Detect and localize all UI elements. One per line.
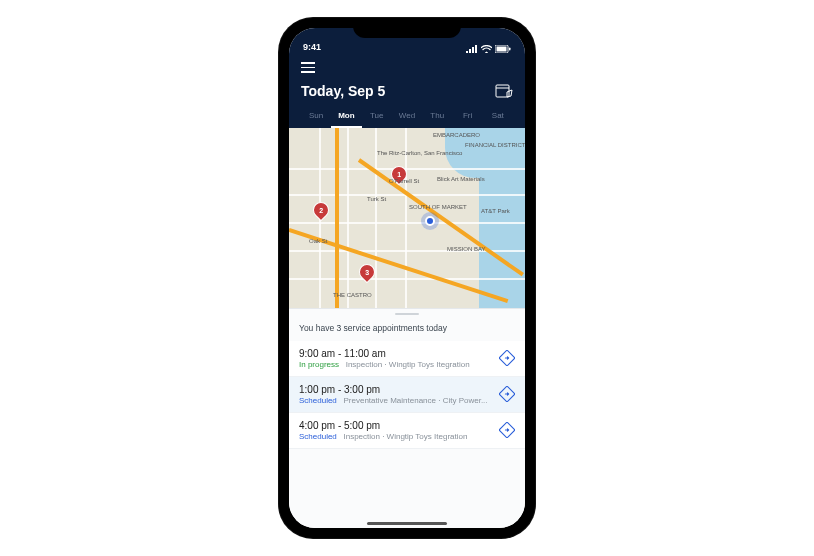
svg-rect-5 [497, 47, 507, 52]
calendar-icon[interactable] [495, 83, 513, 99]
day-tabs: SunMonTueWedThuFriSat [301, 107, 513, 128]
svg-rect-0 [466, 51, 468, 53]
signal-icon [466, 45, 478, 53]
svg-rect-1 [469, 49, 471, 53]
status-time: 9:41 [303, 42, 321, 52]
map-poi: The Ritz-Carlton, San Francisco [377, 150, 462, 156]
directions-icon[interactable] [499, 386, 515, 402]
appointment-time: 1:00 pm - 3:00 pm [299, 384, 493, 395]
map-poi: Turk St [367, 196, 386, 202]
appointment-time: 4:00 pm - 5:00 pm [299, 420, 493, 431]
appointment-item[interactable]: 9:00 am - 11:00 amIn progress Inspection… [289, 341, 525, 377]
appointment-details: In progress Inspection · Wingtip Toys It… [299, 360, 493, 369]
day-tab-sat[interactable]: Sat [483, 107, 513, 128]
appointment-status: Scheduled [299, 432, 337, 441]
menu-button[interactable] [301, 62, 315, 73]
map-pin-2[interactable]: 2 [310, 198, 333, 221]
appointment-status: In progress [299, 360, 339, 369]
appointment-details: Scheduled Preventative Maintenance · Cit… [299, 396, 493, 405]
day-tab-sun[interactable]: Sun [301, 107, 331, 128]
map[interactable]: 123The Ritz-Carlton, San FranciscoBlick … [289, 128, 525, 308]
sheet-handle[interactable] [395, 313, 419, 315]
appointment-list: 9:00 am - 11:00 amIn progress Inspection… [289, 341, 525, 449]
map-poi: FINANCIAL DISTRICT [465, 142, 525, 148]
map-poi: THE CASTRO [333, 292, 372, 298]
svg-rect-3 [475, 45, 477, 53]
notch [353, 18, 461, 38]
map-poi: SOUTH OF MARKET [409, 204, 467, 210]
day-tab-thu[interactable]: Thu [422, 107, 452, 128]
phone-frame: 9:41 Today, Sep 5 SunMonTueWedThuFriSat [279, 18, 535, 538]
map-poi: MISSION BAY [447, 246, 486, 252]
appointment-status: Scheduled [299, 396, 337, 405]
status-icons [466, 45, 511, 53]
wifi-icon [481, 45, 492, 53]
map-poi: O'Farrell St [389, 178, 419, 184]
header: Today, Sep 5 SunMonTueWedThuFriSat [289, 56, 525, 128]
svg-rect-6 [509, 48, 511, 51]
map-poi: EMBARCADERO [433, 132, 480, 138]
map-poi: Oak St [309, 238, 327, 244]
summary-text: You have 3 service appointments today [289, 319, 525, 341]
map-poi: AT&T Park [481, 208, 510, 214]
svg-rect-2 [472, 47, 474, 53]
appointment-time: 9:00 am - 11:00 am [299, 348, 493, 359]
appointment-item[interactable]: 1:00 pm - 3:00 pmScheduled Preventative … [289, 377, 525, 413]
screen: 9:41 Today, Sep 5 SunMonTueWedThuFriSat [289, 28, 525, 528]
day-tab-fri[interactable]: Fri [452, 107, 482, 128]
day-tab-mon[interactable]: Mon [331, 107, 361, 128]
appointment-details: Scheduled Inspection · Wingtip Toys Iteg… [299, 432, 493, 441]
appointments-sheet: You have 3 service appointments today 9:… [289, 308, 525, 529]
battery-icon [495, 45, 511, 53]
day-tab-tue[interactable]: Tue [362, 107, 392, 128]
appointment-item[interactable]: 4:00 pm - 5:00 pmScheduled Inspection · … [289, 413, 525, 449]
directions-icon[interactable] [499, 350, 515, 366]
page-title: Today, Sep 5 [301, 83, 385, 99]
current-location-icon [425, 216, 435, 226]
map-poi: Blick Art Materials [437, 176, 485, 182]
day-tab-wed[interactable]: Wed [392, 107, 422, 128]
directions-icon[interactable] [499, 422, 515, 438]
home-indicator[interactable] [367, 522, 447, 525]
